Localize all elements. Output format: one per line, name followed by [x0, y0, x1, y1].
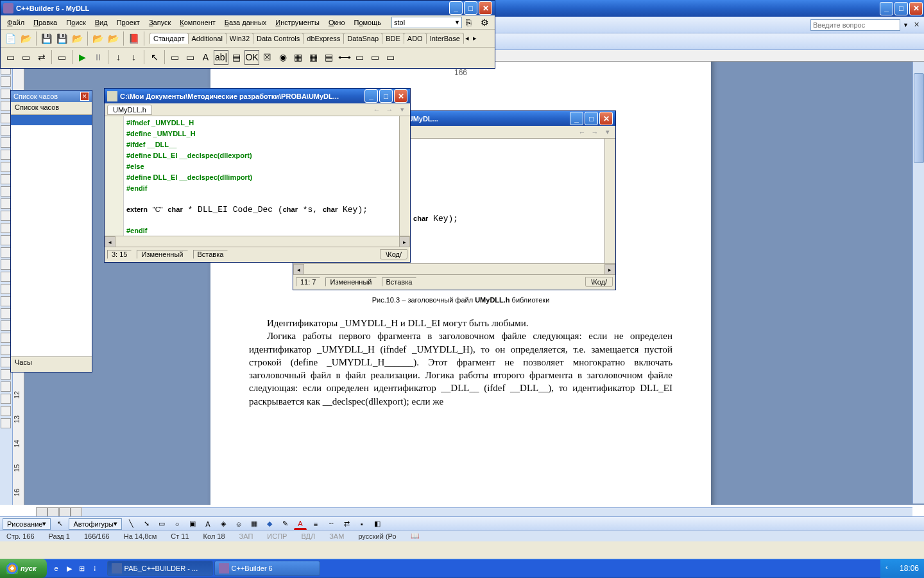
- clock[interactable]: 18:06: [900, 564, 919, 573]
- remove-file-icon[interactable]: 📂: [106, 31, 121, 46]
- step-icon[interactable]: ↓: [126, 50, 141, 65]
- help-question-input[interactable]: [810, 19, 900, 31]
- close-button[interactable]: ✕: [394, 89, 407, 103]
- close-button[interactable]: ✕: [599, 112, 613, 125]
- scroll-thumb[interactable]: [914, 73, 924, 163]
- palette-scroll-right-icon[interactable]: ▸: [471, 34, 479, 42]
- code-titlebar[interactable]: C:\Мои Документы\Методические разработки…: [105, 89, 410, 103]
- new-form-icon[interactable]: ▭: [55, 50, 69, 65]
- sidebar-tool-icon[interactable]: [1, 211, 11, 221]
- scroll-right-icon[interactable]: ▸: [604, 264, 615, 275]
- textbox-tool-icon[interactable]: ▣: [186, 518, 199, 530]
- component-icon[interactable]: OK: [244, 50, 259, 65]
- palette-tab-datasnap[interactable]: DataSnap: [343, 33, 382, 44]
- sidebar-tool-icon[interactable]: [1, 101, 11, 111]
- palette-tab-bde[interactable]: BDE: [382, 33, 404, 44]
- maximize-button[interactable]: □: [894, 2, 908, 15]
- menu-run[interactable]: Запуск: [145, 17, 175, 28]
- tray-expand-icon[interactable]: ‹: [886, 563, 896, 574]
- toolbar-close-icon[interactable]: ✕: [911, 20, 921, 30]
- scroll-left-icon[interactable]: ◂: [293, 264, 304, 275]
- autoshapes-menu[interactable]: Автофигуры ▾: [69, 518, 122, 530]
- maximize-button[interactable]: □: [585, 112, 598, 125]
- open-icon[interactable]: 📂: [19, 31, 33, 46]
- sidebar-tool-icon[interactable]: [1, 259, 11, 270]
- palette-tab-win32[interactable]: Win32: [226, 33, 253, 44]
- open-project-icon[interactable]: 📂: [70, 31, 85, 46]
- watch-list-titlebar[interactable]: Список часов ✕: [11, 91, 92, 102]
- menu-tools[interactable]: Инструменты: [271, 17, 323, 28]
- menu-help[interactable]: Помощь: [350, 17, 386, 28]
- minimize-button[interactable]: _: [449, 1, 463, 15]
- media-icon[interactable]: ▶: [64, 561, 75, 575]
- minimize-button[interactable]: _: [364, 89, 378, 103]
- menu-project[interactable]: Проект: [113, 17, 144, 28]
- line-color-icon[interactable]: ✎: [278, 518, 291, 530]
- component-icon[interactable]: ▤: [321, 50, 336, 65]
- start-button[interactable]: пуск: [0, 559, 47, 578]
- sidebar-tool-icon[interactable]: [1, 308, 11, 319]
- close-button[interactable]: ✕: [479, 1, 492, 15]
- menu-window[interactable]: Окно: [325, 17, 349, 28]
- sidebar-tool-icon[interactable]: [1, 272, 11, 282]
- picture-tool-icon[interactable]: ▦: [248, 518, 261, 530]
- component-icon[interactable]: ☒: [260, 50, 275, 65]
- close-button[interactable]: ✕: [909, 2, 923, 15]
- scroll-left-icon[interactable]: ◂: [105, 236, 116, 247]
- component-icon[interactable]: ▭: [368, 50, 382, 65]
- watch-list-selection[interactable]: [11, 115, 92, 125]
- menu-file[interactable]: Файл: [3, 17, 28, 28]
- vertical-scrollbar[interactable]: [912, 62, 924, 504]
- clipart-tool-icon[interactable]: ☺: [232, 518, 245, 530]
- sidebar-tool-icon[interactable]: [1, 150, 11, 160]
- arrow-tool-icon[interactable]: ➘: [140, 518, 153, 530]
- dash-style-icon[interactable]: ┈: [325, 518, 338, 530]
- sidebar-tool-icon[interactable]: [1, 247, 11, 258]
- desktop-icon[interactable]: ⊞: [76, 561, 88, 575]
- sidebar-tool-icon[interactable]: [1, 394, 11, 404]
- sidebar-tool-icon[interactable]: [1, 235, 11, 245]
- component-icon[interactable]: ◉: [275, 50, 290, 65]
- maximize-button[interactable]: □: [379, 89, 393, 103]
- component-search-input[interactable]: [391, 17, 462, 28]
- palette-tab-ado[interactable]: ADO: [404, 33, 427, 44]
- add-file-icon[interactable]: 📂: [90, 31, 105, 46]
- component-icon[interactable]: ▭: [167, 50, 182, 65]
- ie-icon[interactable]: e: [51, 561, 62, 575]
- menu-component[interactable]: Компонент: [176, 17, 219, 28]
- maximize-button[interactable]: □: [464, 1, 477, 15]
- help-icon[interactable]: 📕: [126, 31, 141, 46]
- sidebar-tool-icon[interactable]: [1, 345, 11, 355]
- run-icon[interactable]: ▶: [75, 50, 90, 65]
- new-icon[interactable]: 📄: [3, 31, 18, 46]
- builder-titlebar[interactable]: C++Builder 6 - MyDLL _ □ ✕: [1, 1, 495, 15]
- sidebar-tool-icon[interactable]: [1, 296, 11, 306]
- pause-icon[interactable]: ⏸: [90, 50, 105, 65]
- nav-dropdown-icon[interactable]: ▾: [603, 127, 613, 137]
- sidebar-tool-icon[interactable]: [1, 198, 11, 209]
- menu-search[interactable]: Поиск: [62, 17, 90, 28]
- nav-back-icon[interactable]: ←: [577, 127, 587, 137]
- 3d-icon[interactable]: ◧: [371, 518, 384, 530]
- palette-tab-datacontrols[interactable]: Data Controls: [253, 33, 304, 44]
- component-icon[interactable]: A: [198, 50, 213, 65]
- nav-fwd-icon[interactable]: →: [384, 105, 395, 115]
- save-icon[interactable]: 💾: [39, 31, 54, 46]
- line-style-icon[interactable]: ≡: [309, 518, 322, 530]
- component-icon[interactable]: ab|: [214, 50, 228, 65]
- sidebar-tool-icon[interactable]: [1, 174, 11, 184]
- task-button-word[interactable]: РАБ_С++BUILDER - ...: [107, 561, 213, 576]
- component-icon[interactable]: ▭: [183, 50, 198, 65]
- vertical-scrollbar[interactable]: [399, 116, 410, 236]
- diagram-tool-icon[interactable]: ◈: [217, 518, 230, 530]
- cursor-icon[interactable]: ↖: [147, 50, 162, 65]
- toolbar-icon[interactable]: ⎘: [461, 15, 476, 30]
- oval-tool-icon[interactable]: ○: [171, 518, 184, 530]
- sidebar-tool-icon[interactable]: [1, 223, 11, 233]
- sidebar-tool-icon[interactable]: [1, 125, 11, 136]
- font-color-icon[interactable]: A: [294, 518, 307, 530]
- trace-icon[interactable]: ↓: [111, 50, 126, 65]
- fill-color-icon[interactable]: ◆: [263, 518, 276, 530]
- nav-fwd-icon[interactable]: →: [590, 127, 600, 137]
- watch-list-tab[interactable]: Список часов: [11, 102, 92, 115]
